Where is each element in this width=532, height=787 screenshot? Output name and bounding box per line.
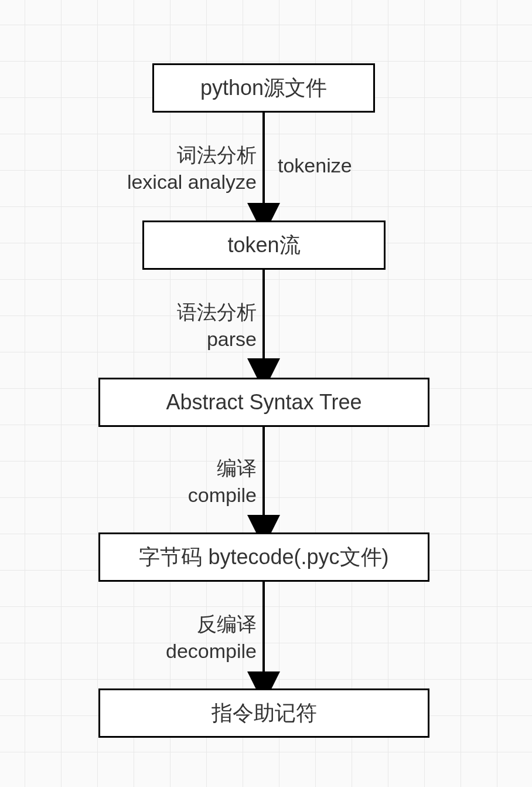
node-bytecode: 字节码 bytecode(.pyc文件)	[98, 532, 429, 582]
edge-label-decompile: 反编译 decompile	[88, 611, 257, 665]
node-label: Abstract Syntax Tree	[166, 390, 362, 415]
edge-label-line: 编译	[100, 455, 257, 482]
node-label: 指令助记符	[212, 699, 317, 728]
node-mnemonics: 指令助记符	[98, 688, 429, 738]
edge-label-line: 反编译	[88, 611, 257, 638]
flowchart-diagram: python源文件 token流 Abstract Syntax Tree 字节…	[0, 0, 532, 787]
node-label: python源文件	[200, 74, 327, 103]
node-ast: Abstract Syntax Tree	[98, 378, 429, 427]
edge-label-parse: 语法分析 parse	[100, 299, 257, 353]
edge-label-line: compile	[100, 482, 257, 509]
edge-label-line: 词法分析	[88, 142, 257, 169]
edge-label-line: decompile	[88, 638, 257, 665]
node-token-stream: token流	[142, 221, 386, 270]
edge-label-line: tokenize	[278, 152, 418, 179]
edge-label-line: 语法分析	[100, 299, 257, 326]
edge-label-line: lexical analyze	[88, 169, 257, 196]
edge-label-line: parse	[100, 326, 257, 353]
edge-label-lexical-left: 词法分析 lexical analyze	[88, 142, 257, 196]
edge-label-tokenize: tokenize	[278, 152, 418, 179]
node-source-file: python源文件	[152, 63, 375, 113]
node-label: 字节码 bytecode(.pyc文件)	[139, 543, 388, 572]
edge-label-compile: 编译 compile	[100, 455, 257, 509]
node-label: token流	[227, 231, 300, 260]
